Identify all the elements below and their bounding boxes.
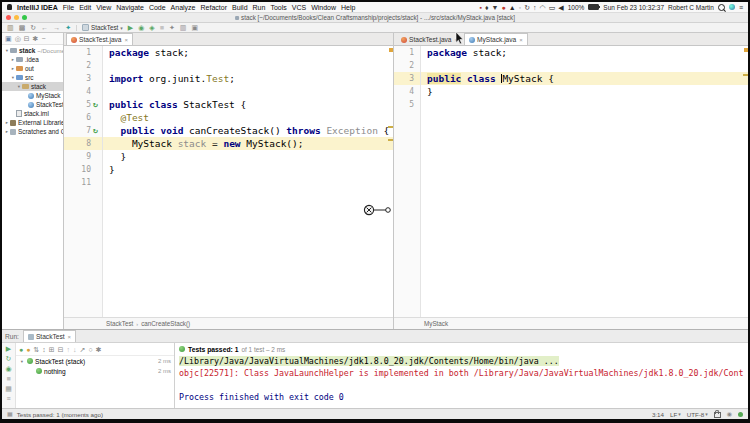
editor-tab[interactable]: StackTest.java×: [396, 33, 463, 45]
show-ignored-icon[interactable]: ●: [26, 346, 30, 353]
autotest-icon[interactable]: ◉: [5, 365, 11, 372]
menu-item-view[interactable]: View: [96, 4, 111, 11]
line-separator-widget[interactable]: LF▾: [670, 411, 681, 418]
menubar-extra-3-icon[interactable]: ▼: [492, 4, 499, 11]
tab-close-icon[interactable]: ×: [125, 37, 129, 43]
rerun-failed-icon[interactable]: ↻: [6, 355, 12, 362]
code-line[interactable]: public class MyStack {: [421, 72, 748, 85]
test-tree-item[interactable]: nothing2 ms: [16, 366, 174, 376]
show-passed-icon[interactable]: ●: [19, 346, 23, 353]
maximize-window-button[interactable]: [22, 15, 27, 20]
menubar-bell-icon[interactable]: ▲: [509, 4, 516, 11]
project-tree-item[interactable]: MyStack: [2, 91, 63, 100]
run-test-gutter-icon[interactable]: ↻: [91, 126, 100, 135]
tab-close-icon[interactable]: ×: [519, 37, 523, 43]
more-options-icon[interactable]: ≡: [6, 395, 10, 402]
project-view-selector-icon[interactable]: ▣: [5, 35, 12, 42]
debug-icon[interactable]: ◉: [138, 24, 144, 31]
wrench-icon[interactable]: ✦: [169, 24, 175, 31]
menubar-sync-icon[interactable]: ↻: [524, 4, 530, 11]
menubar-user[interactable]: Robert C Martin: [668, 4, 714, 11]
editor-right-code[interactable]: package stack;public class MyStack {}: [421, 46, 748, 317]
code-line[interactable]: }: [421, 85, 748, 98]
build-icon[interactable]: ✦: [65, 24, 71, 31]
menu-item-help[interactable]: Help: [341, 4, 355, 11]
menu-item-code[interactable]: Code: [149, 4, 166, 11]
minimize-window-button[interactable]: [14, 15, 19, 20]
menu-item-vcs[interactable]: VCS: [292, 4, 306, 11]
hide-panel-icon[interactable]: −: [41, 35, 45, 42]
run-anything-icon[interactable]: ▥: [180, 24, 187, 31]
run-test-gutter-icon[interactable]: ↻: [91, 100, 100, 109]
code-line[interactable]: MyStack stack = new MyStack();: [103, 137, 393, 150]
editor-right-body[interactable]: 12345 package stack;public class MyStack…: [394, 46, 748, 317]
code-line[interactable]: }: [103, 150, 393, 163]
breadcrumb-item[interactable]: StackTest: [106, 320, 133, 327]
menubar-dim-icon[interactable]: ◦: [519, 4, 521, 11]
menu-item-navigate[interactable]: Navigate: [116, 4, 144, 11]
menu-item-edit[interactable]: Edit: [79, 4, 91, 11]
code-line[interactable]: }: [103, 163, 393, 176]
code-line[interactable]: [103, 85, 393, 98]
next-failed-icon[interactable]: ↓: [73, 346, 77, 353]
error-stripe-mark[interactable]: [388, 139, 393, 141]
code-line[interactable]: [103, 59, 393, 72]
collapse-all-icon[interactable]: ⊟: [58, 346, 64, 353]
code-line[interactable]: public class StackTest {: [103, 98, 393, 111]
stop-run-icon[interactable]: ■: [6, 375, 10, 382]
back-icon[interactable]: ←: [41, 24, 48, 31]
locate-file-icon[interactable]: ◎: [15, 35, 21, 42]
run-configuration-selector[interactable]: StackTest ▾: [82, 24, 123, 31]
breadcrumb-item[interactable]: canCreateStack(): [141, 320, 190, 327]
project-tree-item[interactable]: ▸.idea: [2, 55, 63, 64]
breadcrumb-item[interactable]: MyStack: [424, 320, 448, 327]
caret-position-widget[interactable]: 3:14: [652, 411, 664, 418]
history-icon[interactable]: ○: [88, 346, 92, 353]
apple-menu-icon[interactable]: [7, 4, 12, 10]
encoding-widget[interactable]: UTF-8▾: [687, 411, 708, 418]
wifi-icon[interactable]: ◠: [540, 4, 546, 11]
menubar-extra-1-icon[interactable]: ▪: [480, 4, 482, 11]
project-tree-item[interactable]: ▸Scratches and Consoles: [2, 127, 63, 136]
menu-item-build[interactable]: Build: [232, 4, 248, 11]
project-tree-item[interactable]: ▸External Libraries: [2, 118, 63, 127]
dump-icon[interactable]: ▦: [5, 385, 12, 392]
sort-by-duration-icon[interactable]: ↕: [42, 346, 46, 353]
menubar-clock[interactable]: Sun Feb 23 10:32:37: [603, 4, 664, 11]
menu-item-file[interactable]: File: [63, 4, 74, 11]
tab-close-icon[interactable]: ×: [455, 37, 459, 43]
open-icon[interactable]: ▥: [7, 24, 14, 31]
menu-item-analyze[interactable]: Analyze: [171, 4, 196, 11]
code-line[interactable]: @Test: [103, 111, 393, 124]
code-line[interactable]: [421, 59, 748, 72]
tool-window-switcher-icon[interactable]: ▦: [7, 411, 13, 417]
editor-left-body[interactable]: 12345↻67↻891011 package stack;import org…: [64, 46, 393, 317]
lock-icon[interactable]: [714, 412, 721, 418]
project-tree-item[interactable]: ▾stack~/Documents: [2, 46, 63, 55]
spotlight-search-icon[interactable]: [718, 4, 725, 11]
project-tree-item[interactable]: ▾src: [2, 73, 63, 82]
notification-center-icon[interactable]: ≡: [739, 4, 743, 11]
editor-tab[interactable]: StackTest.java×: [66, 33, 133, 45]
status-message[interactable]: Tests passed: 1 (moments ago): [17, 411, 103, 418]
display-icon[interactable]: ▭: [549, 4, 556, 11]
menu-item-run[interactable]: Run: [253, 4, 266, 11]
siri-icon[interactable]: [729, 4, 735, 10]
code-line[interactable]: package stack;: [421, 46, 748, 59]
editor-tab[interactable]: MyStack.java×: [464, 33, 528, 45]
forward-icon[interactable]: →: [53, 24, 60, 31]
error-stripe-mark[interactable]: [388, 126, 393, 128]
code-line[interactable]: import org.junit.Test;: [103, 72, 393, 85]
highlighting-level-icon[interactable]: ◉: [727, 411, 732, 417]
export-results-icon[interactable]: ↗: [80, 346, 86, 353]
rerun-icon[interactable]: ▶: [6, 345, 11, 352]
tool-windows-icon[interactable]: ▣: [191, 24, 198, 31]
run-console-output[interactable]: /Library/Java/JavaVirtualMachines/jdk1.8…: [175, 355, 748, 408]
code-line[interactable]: [421, 98, 748, 111]
app-menu[interactable]: IntelliJ IDEA: [17, 4, 58, 11]
save-all-icon[interactable]: ▩: [19, 24, 26, 31]
test-tree-item[interactable]: ▾StackTest (stack)2 ms: [16, 356, 174, 366]
menu-item-refactor[interactable]: Refactor: [201, 4, 227, 11]
close-window-button[interactable]: [6, 15, 11, 20]
project-settings-icon[interactable]: ✱: [33, 35, 39, 42]
